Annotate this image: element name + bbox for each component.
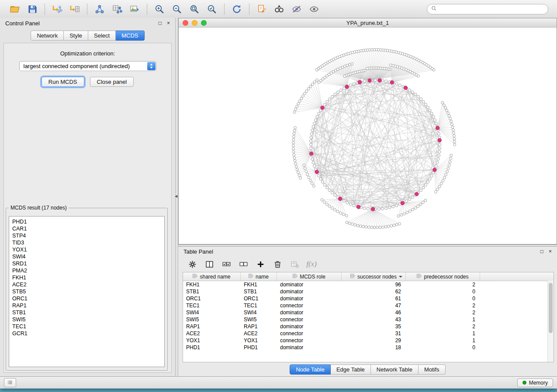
cell-name[interactable]: STB1 bbox=[241, 288, 277, 295]
add-row-button[interactable] bbox=[255, 259, 266, 269]
network-from-table-button[interactable] bbox=[109, 3, 125, 16]
table-scrollbar-thumb[interactable] bbox=[549, 283, 553, 333]
table-row[interactable]: RAP1RAP1dominator352 bbox=[183, 323, 554, 330]
search-box[interactable] bbox=[427, 4, 548, 14]
table-row[interactable]: STB1STB1dominator620 bbox=[183, 288, 554, 295]
cell-mcds-role[interactable]: dominator bbox=[277, 344, 342, 351]
zoom-in-button[interactable] bbox=[152, 3, 167, 16]
cell-mcds-role[interactable]: connector bbox=[277, 302, 342, 309]
table-row[interactable]: FKH1FKH1dominator962 bbox=[183, 281, 554, 288]
mcds-result-item[interactable]: SWI4 bbox=[12, 253, 161, 260]
search-input[interactable] bbox=[439, 6, 544, 13]
cell-successor-nodes[interactable]: 61 bbox=[342, 295, 406, 302]
table-row[interactable]: YOX1YOX1connector291 bbox=[183, 337, 554, 344]
save-button[interactable] bbox=[24, 3, 40, 16]
table-row[interactable]: ACE2ACE2connector311 bbox=[183, 330, 554, 337]
tab-mcds[interactable]: MCDS bbox=[116, 31, 144, 41]
delete-row-button[interactable] bbox=[272, 259, 283, 269]
cell-predecessor-nodes[interactable]: 0 bbox=[406, 295, 480, 302]
cell-shared-name[interactable]: ORC1 bbox=[183, 295, 241, 302]
zoom-selected-button[interactable] bbox=[204, 3, 220, 16]
copy-network-button[interactable] bbox=[254, 3, 270, 16]
cell-shared-name[interactable]: FKH1 bbox=[183, 281, 241, 288]
memory-button[interactable]: Memory bbox=[517, 378, 553, 387]
cell-shared-name[interactable]: RAP1 bbox=[183, 323, 241, 330]
cell-name[interactable]: RAP1 bbox=[241, 323, 277, 330]
cell-successor-nodes[interactable]: 96 bbox=[342, 281, 406, 288]
cell-predecessor-nodes[interactable]: 1 bbox=[406, 337, 480, 344]
cell-shared-name[interactable]: PHD1 bbox=[183, 344, 241, 351]
column-header-predecessor-nodes[interactable]: predecessor nodes bbox=[406, 272, 480, 281]
minimize-window-button[interactable] bbox=[192, 20, 197, 26]
mcds-result-item[interactable]: CAR1 bbox=[12, 225, 161, 232]
zoom-fit-button[interactable] bbox=[187, 3, 202, 16]
tab-network[interactable]: Network bbox=[31, 31, 64, 41]
cell-shared-name[interactable]: STB1 bbox=[183, 288, 241, 295]
close-window-button[interactable] bbox=[183, 20, 188, 26]
mcds-result-item[interactable]: TEC1 bbox=[12, 323, 161, 330]
import-network-button[interactable] bbox=[49, 3, 65, 16]
cell-mcds-role[interactable]: dominator bbox=[277, 309, 342, 316]
cell-name[interactable]: ORC1 bbox=[241, 295, 277, 302]
cell-mcds-role[interactable]: dominator bbox=[277, 295, 342, 302]
cell-mcds-role[interactable]: connector bbox=[277, 316, 342, 323]
column-header-name[interactable]: name bbox=[241, 272, 277, 281]
close-control-panel-button[interactable]: × bbox=[167, 21, 170, 26]
mcds-result-item[interactable]: SRD1 bbox=[12, 260, 161, 267]
table-row[interactable]: TEC1TEC1connector472 bbox=[183, 302, 554, 309]
cell-successor-nodes[interactable]: 62 bbox=[342, 288, 406, 295]
mcds-result-item[interactable]: STB5 bbox=[12, 288, 161, 295]
float-table-panel-button[interactable]: □ bbox=[540, 249, 543, 254]
cell-successor-nodes[interactable]: 43 bbox=[342, 316, 406, 323]
cell-name[interactable]: SWI5 bbox=[241, 316, 277, 323]
cell-name[interactable]: SWI4 bbox=[241, 309, 277, 316]
cell-successor-nodes[interactable]: 29 bbox=[342, 337, 406, 344]
refresh-layout-button[interactable] bbox=[229, 3, 245, 16]
column-header-mcds-role[interactable]: MCDS role bbox=[277, 272, 342, 281]
mcds-result-item[interactable]: ORC1 bbox=[12, 295, 161, 302]
column-selector-button[interactable] bbox=[204, 259, 214, 269]
cell-predecessor-nodes[interactable]: 1 bbox=[406, 316, 480, 323]
cell-predecessor-nodes[interactable]: 1 bbox=[406, 330, 480, 337]
import-table-disabled-button[interactable] bbox=[289, 259, 300, 269]
mcds-result-item[interactable]: FKH1 bbox=[12, 274, 161, 281]
mcds-result-item[interactable]: SWI5 bbox=[12, 316, 161, 323]
cell-mcds-role[interactable]: connector bbox=[277, 337, 342, 344]
mcds-result-item[interactable]: STP4 bbox=[12, 232, 161, 239]
tab-network-table[interactable]: Network Table bbox=[371, 364, 419, 375]
cell-shared-name[interactable]: SWI5 bbox=[183, 316, 241, 323]
mcds-result-item[interactable]: TID3 bbox=[12, 239, 161, 246]
tab-edge-table[interactable]: Edge Table bbox=[331, 364, 371, 375]
cell-predecessor-nodes[interactable]: 0 bbox=[406, 288, 480, 295]
open-folder-button[interactable] bbox=[7, 3, 23, 16]
cell-mcds-role[interactable]: connector bbox=[277, 330, 342, 337]
cell-mcds-role[interactable]: dominator bbox=[277, 281, 342, 288]
select-all-button[interactable] bbox=[221, 259, 232, 269]
criterion-dropdown[interactable]: largest connected component (undirected) bbox=[19, 61, 156, 71]
new-network-button[interactable] bbox=[92, 3, 107, 16]
table-row[interactable]: SWI4SWI4dominator462 bbox=[183, 309, 554, 316]
close-mcds-panel-button[interactable]: Close panel bbox=[90, 77, 134, 87]
mcds-result-list[interactable]: PHD1CAR1STP4TID3YOX1SWI4SRD1PMA2FKH1ACE2… bbox=[9, 216, 165, 367]
cell-successor-nodes[interactable]: 18 bbox=[342, 344, 406, 351]
mcds-result-item[interactable]: STB1 bbox=[12, 309, 161, 316]
table-row[interactable]: PHD1PHD1dominator180 bbox=[183, 344, 554, 351]
cell-predecessor-nodes[interactable]: 2 bbox=[406, 323, 480, 330]
cell-predecessor-nodes[interactable]: 2 bbox=[406, 281, 480, 288]
mcds-result-item[interactable]: RAP1 bbox=[12, 302, 161, 309]
table-row[interactable]: SWI5SWI5connector431 bbox=[183, 316, 554, 323]
column-header-successor-nodes[interactable]: successor nodes bbox=[342, 272, 406, 281]
cell-name[interactable]: ACE2 bbox=[241, 330, 277, 337]
deselect-all-button[interactable] bbox=[238, 259, 249, 269]
cell-mcds-role[interactable]: dominator bbox=[277, 323, 342, 330]
cell-name[interactable]: PHD1 bbox=[241, 344, 277, 351]
mcds-result-item[interactable]: PMA2 bbox=[12, 267, 161, 274]
tab-motifs[interactable]: Motifs bbox=[419, 364, 446, 375]
mcds-result-item[interactable]: PHD1 bbox=[12, 218, 161, 225]
dropdown-stepper-icon[interactable] bbox=[147, 62, 156, 70]
cell-name[interactable]: TEC1 bbox=[241, 302, 277, 309]
maximize-window-button[interactable] bbox=[201, 20, 207, 26]
cell-shared-name[interactable]: ACE2 bbox=[183, 330, 241, 337]
table-row[interactable]: ORC1ORC1dominator610 bbox=[183, 295, 554, 302]
cell-shared-name[interactable]: TEC1 bbox=[183, 302, 241, 309]
